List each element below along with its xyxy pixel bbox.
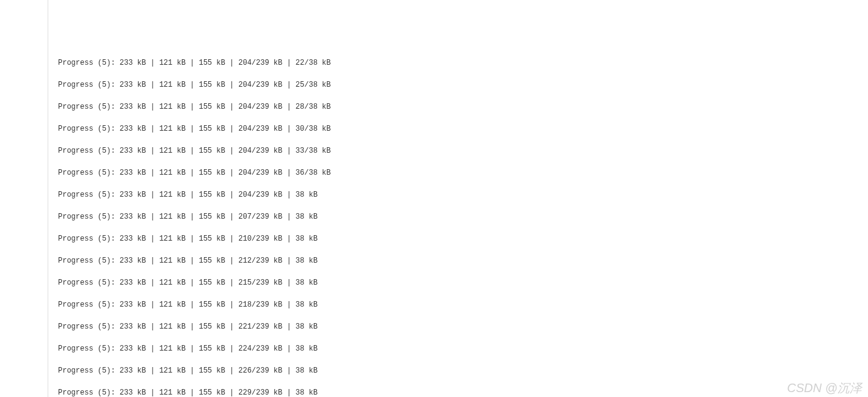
progress-line: Progress (5): 233 kB | 121 kB | 155 kB |… <box>58 343 868 354</box>
progress-line: Progress (5): 233 kB | 121 kB | 155 kB |… <box>58 123 868 134</box>
progress-line: Progress (5): 233 kB | 121 kB | 155 kB |… <box>58 255 868 266</box>
progress-line: Progress (5): 233 kB | 121 kB | 155 kB |… <box>58 79 868 90</box>
progress-line: Progress (5): 233 kB | 121 kB | 155 kB |… <box>58 321 868 332</box>
progress-line: Progress (5): 233 kB | 121 kB | 155 kB |… <box>58 145 868 156</box>
progress-line: Progress (5): 233 kB | 121 kB | 155 kB |… <box>58 101 868 112</box>
progress-line: Progress (5): 233 kB | 121 kB | 155 kB |… <box>58 57 868 68</box>
progress-line: Progress (5): 233 kB | 121 kB | 155 kB |… <box>58 299 868 310</box>
progress-line: Progress (5): 233 kB | 121 kB | 155 kB |… <box>58 211 868 222</box>
progress-line: Progress (5): 233 kB | 121 kB | 155 kB |… <box>58 387 868 397</box>
progress-line: Progress (5): 233 kB | 121 kB | 155 kB |… <box>58 277 868 288</box>
progress-line: Progress (5): 233 kB | 121 kB | 155 kB |… <box>58 189 868 200</box>
progress-line: Progress (5): 233 kB | 121 kB | 155 kB |… <box>58 365 868 376</box>
left-border <box>48 0 48 397</box>
progress-line: Progress (5): 233 kB | 121 kB | 155 kB |… <box>58 167 868 178</box>
progress-line: Progress (5): 233 kB | 121 kB | 155 kB |… <box>58 233 868 244</box>
